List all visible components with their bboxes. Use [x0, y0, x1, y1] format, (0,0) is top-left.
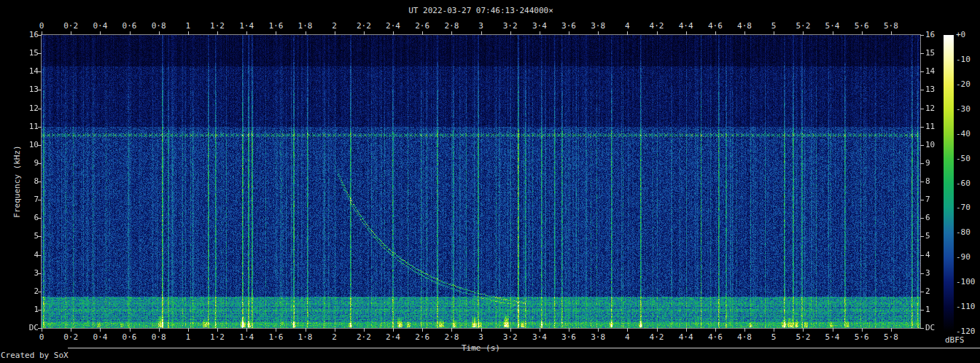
y-tick-label-left: DC	[0, 323, 39, 333]
y-tick-mark-right	[920, 255, 924, 256]
colorbar-tick-label: -100	[956, 277, 976, 287]
x-tick-mark-bottom	[393, 328, 394, 332]
y-tick-mark-left	[38, 71, 42, 72]
y-tick-mark-right	[920, 292, 924, 292]
x-tick-label-top: 3·8	[591, 21, 605, 31]
x-tick-mark-bottom	[803, 328, 804, 332]
x-tick-label-top: 4·8	[737, 21, 752, 31]
x-tick-label-bottom: 2·8	[444, 332, 459, 343]
y-tick-mark-right	[920, 71, 924, 72]
colorbar-tick-label: +0	[956, 30, 965, 40]
x-tick-label-bottom: 4	[625, 332, 630, 343]
x-tick-label-bottom: 5	[771, 332, 777, 343]
x-tick-label-bottom: 0	[39, 332, 44, 343]
x-tick-label-top: 0·8	[152, 21, 166, 31]
y-tick-label-left: 7	[0, 195, 39, 205]
y-tick-label-left: 10	[0, 140, 39, 150]
x-tick-mark-bottom	[627, 328, 628, 332]
x-tick-mark-top	[715, 31, 716, 35]
x-tick-mark-top	[774, 31, 774, 35]
x-tick-label-top: 4·2	[650, 21, 664, 31]
x-tick-label-bottom: 2·6	[415, 332, 429, 343]
y-tick-mark-left	[38, 328, 42, 329]
x-tick-mark-bottom	[246, 328, 247, 332]
colorbar-tick-label: -10	[956, 55, 971, 65]
x-tick-mark-top	[803, 31, 804, 35]
y-tick-label-right: 8	[925, 176, 930, 187]
x-tick-label-top: 4·6	[708, 21, 723, 31]
x-tick-label-bottom: 4·8	[737, 332, 752, 343]
x-tick-mark-top	[130, 31, 131, 35]
x-tick-mark-top	[627, 31, 628, 35]
x-tick-label-bottom: 0·6	[122, 332, 137, 343]
y-tick-label-left: 13	[0, 85, 39, 95]
x-tick-label-top: 1·8	[298, 21, 313, 31]
x-axis-title: Time (s)	[42, 343, 920, 354]
y-tick-mark-left	[38, 53, 42, 54]
y-tick-mark-right	[920, 218, 924, 219]
x-tick-label-bottom: 1·4	[239, 332, 254, 343]
y-tick-label-right: 4	[925, 250, 930, 260]
x-tick-mark-bottom	[100, 328, 101, 332]
y-tick-mark-right	[920, 145, 924, 146]
x-tick-label-bottom: 1	[186, 332, 191, 343]
x-tick-mark-top	[335, 31, 335, 35]
x-tick-mark-bottom	[306, 328, 306, 332]
x-tick-label-top: 1·4	[239, 21, 254, 31]
y-tick-label-left: 14	[0, 66, 39, 77]
bottom-border-line	[68, 348, 980, 348]
y-tick-label-right: 9	[925, 158, 930, 168]
x-tick-label-top: 1	[186, 21, 191, 31]
x-tick-mark-top	[569, 31, 569, 35]
credit-text: Created by SoX	[1, 351, 69, 361]
x-tick-mark-top	[686, 31, 687, 35]
x-tick-mark-bottom	[188, 328, 189, 332]
y-tick-mark-right	[920, 310, 924, 311]
y-tick-mark-left	[38, 127, 42, 128]
y-tick-label-right: 7	[925, 195, 930, 205]
y-tick-label-left: 11	[0, 122, 39, 132]
x-tick-mark-top	[422, 31, 423, 35]
x-tick-label-bottom: 5·6	[855, 332, 869, 343]
y-tick-label-right: 13	[925, 85, 935, 95]
y-tick-mark-left	[38, 310, 42, 311]
x-tick-mark-top	[657, 31, 658, 35]
y-tick-mark-left	[38, 236, 42, 237]
x-tick-label-top: 1·6	[268, 21, 283, 31]
x-tick-mark-bottom	[891, 328, 892, 332]
x-tick-label-top: 3·2	[503, 21, 518, 31]
x-tick-label-top: 5·6	[855, 21, 869, 31]
x-tick-mark-bottom	[364, 328, 365, 332]
colorbar-tick-label: -60	[956, 179, 971, 189]
x-tick-mark-top	[100, 31, 101, 35]
y-tick-mark-left	[38, 200, 42, 200]
x-tick-mark-top	[217, 31, 218, 35]
y-tick-mark-right	[920, 53, 924, 54]
x-tick-mark-bottom	[217, 328, 218, 332]
x-tick-mark-bottom	[42, 328, 42, 332]
y-tick-label-right: 2	[925, 286, 930, 297]
y-tick-mark-right	[920, 273, 924, 274]
x-tick-mark-top	[42, 31, 42, 35]
x-tick-mark-top	[393, 31, 394, 35]
x-tick-mark-bottom	[335, 328, 335, 332]
x-tick-label-top: 0·6	[122, 21, 137, 31]
x-tick-mark-bottom	[744, 328, 745, 332]
x-tick-mark-bottom	[862, 328, 863, 332]
colorbar-tick-label: -110	[956, 302, 976, 312]
y-tick-mark-left	[38, 35, 42, 36]
x-tick-mark-top	[891, 31, 892, 35]
x-tick-label-top: 4	[625, 21, 630, 31]
x-tick-label-bottom: 5·4	[825, 332, 840, 343]
x-tick-label-top: 5·8	[884, 21, 898, 31]
x-tick-mark-bottom	[774, 328, 774, 332]
x-tick-label-top: 3·6	[561, 21, 576, 31]
x-tick-mark-bottom	[159, 328, 160, 332]
x-tick-label-top: 5·4	[825, 21, 840, 31]
x-tick-label-bottom: 0·4	[93, 332, 107, 343]
y-tick-label-left: 15	[0, 48, 39, 58]
x-tick-mark-top	[71, 31, 71, 35]
colorbar-tick-label: -50	[956, 154, 971, 164]
x-tick-mark-top	[188, 31, 189, 35]
spectrogram-window: UT 2022-03-27 07:46:13·244000× Frequency…	[0, 0, 980, 363]
